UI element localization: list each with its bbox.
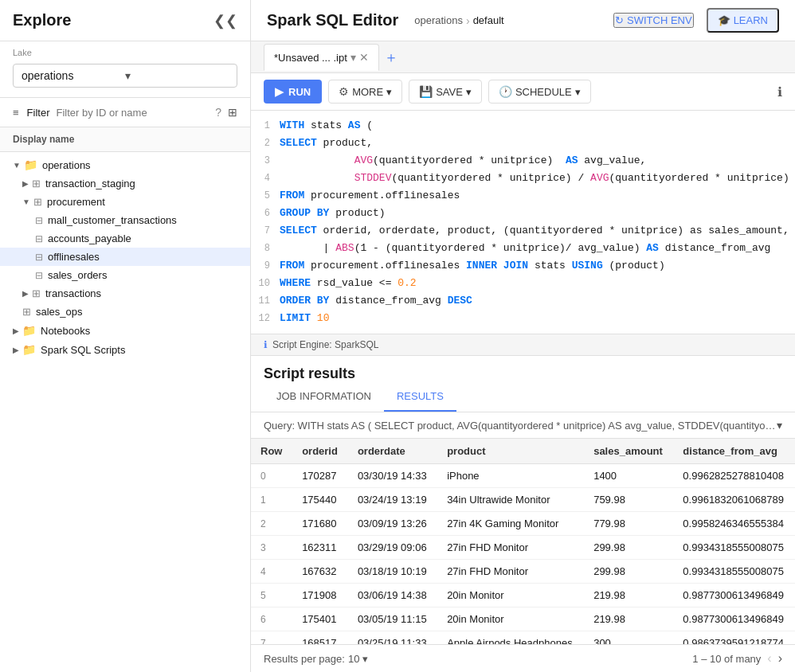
sidebar-item-sales-orders[interactable]: ⊟ sales_orders <box>0 266 250 284</box>
table-cell: 168517 <box>292 631 348 645</box>
learn-label: LEARN <box>734 14 768 26</box>
tree-item-label: sales_ops <box>36 306 83 318</box>
col-product: product <box>437 439 584 464</box>
table-cell: 0.9877300613496849 <box>673 608 795 631</box>
editor-area: *Unsaved ... .ipt ▾ ✕ ＋ ▶ RUN ⚙ MORE ▾ 💾… <box>251 41 795 672</box>
page-range: 1 – 10 of many <box>692 653 761 665</box>
code-line-10: 10 WHERE rsd_value <= 0.2 <box>251 275 795 292</box>
script-engine-bar: ℹ Script Engine: SparkSQL <box>251 334 795 356</box>
next-page-button[interactable]: › <box>778 651 782 666</box>
table-cell: 1400 <box>584 464 673 488</box>
per-page-chevron-icon[interactable]: ▾ <box>362 653 368 665</box>
schedule-label: SCHEDULE <box>515 86 572 98</box>
sidebar-item-notebooks[interactable]: ▶ 📁 Notebooks <box>0 321 250 340</box>
results-tabs: JOB INFORMATION RESULTS <box>251 382 795 412</box>
table-cell: 20in Monitor <box>437 608 584 631</box>
folder-icon: 📁 <box>22 343 36 356</box>
editor-tab-1[interactable]: *Unsaved ... .ipt ▾ ✕ <box>264 44 379 71</box>
tab-results[interactable]: RESULTS <box>384 382 456 412</box>
tab-job-information[interactable]: JOB INFORMATION <box>264 382 384 412</box>
display-name-header: Display name <box>0 127 250 152</box>
tab-close-icon[interactable]: ▾ <box>351 51 356 64</box>
table-icon: ⊟ <box>35 252 43 263</box>
breadcrumb-default: default <box>473 14 504 26</box>
prev-page-button[interactable]: ‹ <box>767 651 771 666</box>
tree-item-label: mall_customer_transactions <box>48 214 177 226</box>
sidebar-item-operations[interactable]: ▼ 📁 operations <box>0 155 250 174</box>
switch-env-button[interactable]: ↻ SWITCH ENV <box>613 13 694 28</box>
collapse-sidebar-button[interactable]: ❮❮ <box>213 12 237 29</box>
sidebar-item-accounts-payable[interactable]: ⊟ accounts_payable <box>0 229 250 248</box>
sidebar-item-mall-customer-transactions[interactable]: ⊟ mall_customer_transactions <box>0 211 250 229</box>
code-line-6: 6 GROUP BY product) <box>251 205 795 222</box>
code-editor[interactable]: 1 WITH stats AS ( 2 SELECT product, 3 AV… <box>251 111 795 334</box>
table-icon: ⊟ <box>35 270 43 281</box>
chevron-down-icon: ▾ <box>466 86 472 98</box>
database-icon: ⊞ <box>32 178 41 189</box>
sidebar-item-spark-sql-scripts[interactable]: ▶ 📁 Spark SQL Scripts <box>0 340 250 359</box>
filter-label: Filter <box>27 107 50 119</box>
sidebar-item-transactions[interactable]: ▶ ⊞ transactions <box>0 284 250 303</box>
code-line-9: 9 FROM procurement.offlinesales INNER JO… <box>251 257 795 275</box>
tree-item-label: transactions <box>45 287 101 299</box>
sidebar-item-transaction-staging[interactable]: ▶ ⊞ transaction_staging <box>0 174 250 193</box>
tree-item-label: procurement <box>47 196 105 208</box>
results-table[interactable]: Row orderid orderdate product sales_amou… <box>251 439 795 644</box>
run-button[interactable]: ▶ RUN <box>264 80 322 104</box>
code-line-5: 5 FROM procurement.offlinesales <box>251 187 795 205</box>
folder-icon: 📁 <box>24 158 37 171</box>
close-icon[interactable]: ✕ <box>359 51 369 64</box>
sidebar-item-sales-ops[interactable]: ⊞ sales_ops <box>0 303 250 321</box>
tree: ▼ 📁 operations ▶ ⊞ transaction_staging ▼… <box>0 152 250 672</box>
tree-item-label: accounts_payable <box>48 232 131 244</box>
save-label: SAVE <box>436 86 463 98</box>
table-cell: 34in Ultrawide Monitor <box>437 488 584 512</box>
sidebar-item-procurement[interactable]: ▼ ⊞ procurement <box>0 193 250 211</box>
chevron-down-icon: ▾ <box>386 86 392 98</box>
data-table: Row orderid orderdate product sales_amou… <box>251 439 795 644</box>
code-line-1: 1 WITH stats AS ( <box>251 117 795 135</box>
chevron-down-icon: ▼ <box>22 197 30 206</box>
info-icon[interactable]: ℹ <box>777 84 782 100</box>
script-engine-label: Script Engine: SparkSQL <box>272 339 378 350</box>
filter-input[interactable] <box>56 107 209 119</box>
table-cell: 6 <box>251 608 292 631</box>
switch-icon: ↻ <box>615 14 624 26</box>
filter-grid-icon[interactable]: ⊞ <box>228 106 237 119</box>
table-row: 017028703/30/19 14:33iPhone14000.9962825… <box>251 464 795 488</box>
table-row: 416763203/18/19 10:1927in FHD Monitor299… <box>251 560 795 584</box>
more-button[interactable]: ⚙ MORE ▾ <box>328 80 402 104</box>
table-cell: 03/29/19 09:06 <box>348 536 437 560</box>
switch-env-label: SWITCH ENV <box>627 14 692 26</box>
table-row: 617540103/05/19 11:1520in Monitor219.980… <box>251 608 795 631</box>
table-cell: 03/18/19 10:19 <box>348 560 437 584</box>
table-cell: 171680 <box>292 512 348 536</box>
top-bar: Spark SQL Editor operations › default ↻ … <box>251 0 795 41</box>
lake-select[interactable]: operations ▾ <box>13 64 237 88</box>
sidebar-item-offlinesales[interactable]: ⊟ offlinesales <box>0 248 250 266</box>
sidebar: Explore ❮❮ Lake operations ▾ ≡ Filter ? … <box>0 0 251 672</box>
table-cell: 0.9934318555008075 <box>673 536 795 560</box>
table-cell: 171908 <box>292 584 348 608</box>
code-line-2: 2 SELECT product, <box>251 135 795 152</box>
folder-icon: 📁 <box>22 324 36 337</box>
tree-item-label: Notebooks <box>41 325 90 337</box>
lake-label: Lake <box>13 48 237 57</box>
table-cell: 4 <box>251 560 292 584</box>
table-cell: 0.9958246346555384 <box>673 512 795 536</box>
save-button[interactable]: 💾 SAVE ▾ <box>409 80 482 104</box>
add-tab-button[interactable]: ＋ <box>384 48 398 67</box>
main-area: Spark SQL Editor operations › default ↻ … <box>251 0 795 672</box>
table-cell: 5 <box>251 584 292 608</box>
expand-icon[interactable]: ▾ <box>777 419 782 432</box>
filter-help-icon[interactable]: ? <box>215 106 221 119</box>
schedule-button[interactable]: 🕐 SCHEDULE ▾ <box>488 80 591 104</box>
database-icon: ⊞ <box>22 306 31 318</box>
database-icon: ⊞ <box>33 196 42 208</box>
learn-button[interactable]: 🎓 LEARN <box>707 8 779 33</box>
tree-item-label: Spark SQL Scripts <box>41 344 125 356</box>
table-cell: 20in Monitor <box>437 584 584 608</box>
gear-icon: ⚙ <box>339 85 349 98</box>
table-row: 117544003/24/19 13:1934in Ultrawide Moni… <box>251 488 795 512</box>
table-cell: 0.9934318555008075 <box>673 560 795 584</box>
